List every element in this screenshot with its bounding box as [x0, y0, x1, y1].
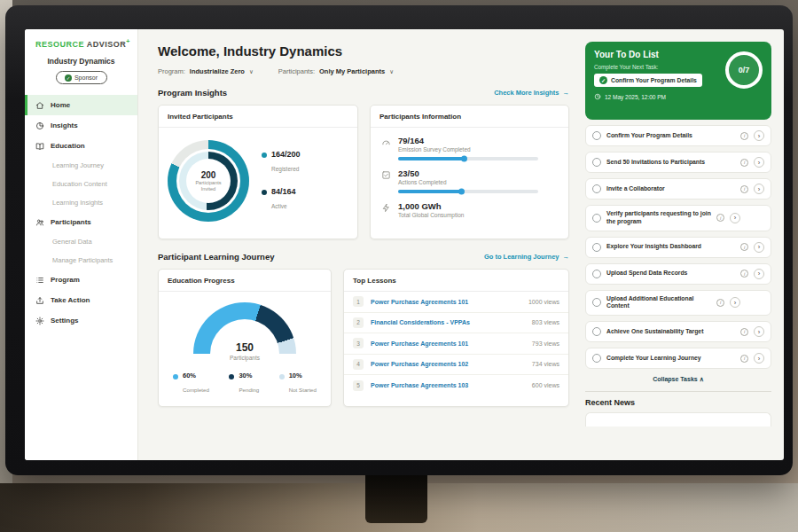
program-dropdown[interactable]: Program: Industrialize Zero ∨ — [158, 67, 254, 75]
sidebar-item-settings[interactable]: Settings — [25, 310, 137, 331]
gauge-center-label: Participants — [159, 355, 331, 361]
next-task-button[interactable]: ✓ Confirm Your Program Details — [594, 74, 702, 87]
task-item[interactable]: Complete Your Learning Journey i › — [585, 348, 771, 369]
go-to-learning-journey-link[interactable]: Go to Learning Journey → — [484, 253, 569, 261]
sidebar-item-education[interactable]: Education — [25, 136, 137, 156]
task-item[interactable]: Achieve One Sustainability Target i › — [585, 321, 771, 342]
info-icon[interactable]: i — [716, 299, 724, 307]
card-title: Participants Information — [371, 106, 568, 128]
task-checkbox[interactable] — [592, 158, 601, 167]
task-item[interactable]: Upload Additional Educational Content i … — [585, 290, 771, 317]
sidebar-item-home[interactable]: Home — [25, 95, 137, 115]
chevron-right-icon[interactable]: › — [754, 326, 764, 337]
energy-icon — [381, 203, 391, 213]
insights-cards: Invited Participants 200 Participants In… — [158, 105, 569, 239]
stat-label: Actions Completed — [398, 179, 538, 185]
task-item[interactable]: Verify participants requesting to join t… — [585, 205, 771, 231]
task-item[interactable]: Send 50 Invitations to Participants i › — [585, 152, 771, 173]
legend-value: 60% — [183, 372, 209, 379]
task-item[interactable]: Upload Spend Data Records i › — [585, 263, 771, 285]
actions-progress-bar — [398, 190, 538, 193]
legend-dot — [262, 153, 267, 158]
task-item[interactable]: Confirm Your Program Details i › — [585, 125, 771, 146]
info-icon[interactable]: i — [740, 132, 748, 140]
pie-chart-icon — [35, 121, 44, 130]
sidebar-item-learning-insights[interactable]: Learning Insights — [25, 193, 137, 212]
legend-value: 164/200 — [271, 150, 301, 159]
info-icon[interactable]: i — [740, 185, 748, 193]
participants-information-card: Participants Information 79/164 Emission… — [370, 105, 569, 239]
task-label: Achieve One Sustainability Target — [606, 328, 735, 336]
lesson-link[interactable]: Power Purchase Agreements 102 — [371, 361, 525, 367]
chevron-right-icon[interactable]: › — [754, 269, 764, 279]
sidebar-item-program[interactable]: Program — [25, 270, 137, 290]
sponsor-label: Sponsor — [74, 74, 98, 81]
info-icon[interactable]: i — [740, 328, 748, 336]
info-icon[interactable]: i — [740, 243, 748, 251]
journey-cards: Education Progress 150 Participants 60% … — [158, 269, 569, 407]
card-title: Education Progress — [159, 270, 331, 292]
chevron-right-icon[interactable]: › — [754, 353, 764, 364]
chevron-right-icon[interactable]: › — [754, 184, 764, 194]
lesson-rank: 1 — [353, 296, 364, 307]
top-lessons-card: Top Lessons 1 Power Purchase Agreements … — [343, 269, 569, 407]
lesson-link[interactable]: Power Purchase Agreements 103 — [371, 382, 525, 388]
program-insights-header: Program Insights Check More Insights → — [158, 88, 569, 98]
chevron-right-icon[interactable]: › — [730, 213, 740, 223]
task-label: Explore Your Insights Dashboard — [606, 243, 735, 251]
sidebar-item-insights[interactable]: Insights — [25, 115, 137, 136]
check-more-insights-link[interactable]: Check More Insights → — [494, 89, 569, 97]
learning-journey-header: Participant Learning Journey Go to Learn… — [158, 252, 569, 262]
check-icon: ✓ — [599, 76, 607, 84]
chevron-right-icon[interactable]: › — [754, 157, 764, 168]
next-task-label: Confirm Your Program Details — [611, 77, 697, 83]
info-icon[interactable]: i — [740, 159, 748, 167]
lesson-rank: 2 — [353, 317, 364, 328]
nav-label: Manage Participants — [52, 256, 113, 264]
task-checkbox[interactable] — [592, 327, 601, 336]
task-checkbox[interactable] — [592, 243, 601, 252]
lesson-link[interactable]: Power Purchase Agreements 101 — [371, 340, 525, 347]
info-icon[interactable]: i — [740, 270, 748, 278]
task-checkbox[interactable] — [592, 131, 601, 140]
arrow-right-icon: → — [563, 89, 570, 97]
nav-label: Insights — [51, 121, 78, 129]
legend-active: 84/164 Active — [262, 187, 301, 212]
stat-value: 79/164 — [398, 136, 538, 145]
link-label: Go to Learning Journey — [484, 253, 559, 261]
collapse-tasks-button[interactable]: Collapse Tasks ∧ — [585, 376, 771, 383]
legend-value: 10% — [289, 372, 317, 379]
task-item[interactable]: Invite a Collaborator i › — [585, 178, 771, 200]
sidebar-item-general-data[interactable]: General Data — [25, 232, 137, 251]
meter-icon — [381, 137, 391, 147]
task-item[interactable]: Explore Your Insights Dashboard i › — [585, 237, 771, 258]
task-checkbox[interactable] — [592, 270, 601, 278]
sidebar-item-learning-journey[interactable]: Learning Journey — [25, 156, 137, 175]
stat-label: Total Global Consumption — [398, 212, 464, 218]
info-icon[interactable]: i — [740, 355, 748, 363]
nav-label: Take Action — [51, 296, 90, 304]
info-icon[interactable]: i — [716, 214, 724, 222]
lesson-link[interactable]: Power Purchase Agreements 101 — [371, 299, 521, 305]
sidebar-item-education-content[interactable]: Education Content — [25, 175, 137, 193]
sidebar-item-take-action[interactable]: Take Action — [25, 290, 137, 310]
task-checkbox[interactable] — [592, 354, 601, 363]
lesson-rank: 3 — [353, 338, 364, 348]
task-checkbox[interactable] — [592, 214, 601, 223]
card-title: Top Lessons — [344, 270, 568, 292]
task-label: Invite a Collaborator — [606, 185, 735, 193]
sidebar-item-manage-participants[interactable]: Manage Participants — [25, 251, 137, 270]
participants-dropdown[interactable]: Participants: Only My Participants ∨ — [278, 67, 394, 75]
chevron-right-icon[interactable]: › — [730, 297, 740, 308]
task-checkbox[interactable] — [592, 298, 601, 307]
legend-registered: 164/200 Registered — [262, 150, 301, 175]
chevron-right-icon[interactable]: › — [754, 130, 764, 141]
lesson-row: 2 Financial Considerations - VPPAs 803 v… — [344, 313, 568, 334]
chevron-right-icon[interactable]: › — [754, 242, 764, 253]
sidebar-item-participants[interactable]: Participants — [25, 212, 137, 232]
task-checkbox[interactable] — [592, 184, 601, 193]
sidebar: RESOURCE ADVISOR+ Industry Dynamics ✓ Sp… — [25, 29, 138, 460]
lesson-link[interactable]: Financial Considerations - VPPAs — [371, 319, 525, 325]
legend-value: 30% — [239, 372, 259, 379]
logo-plus: + — [126, 38, 130, 44]
